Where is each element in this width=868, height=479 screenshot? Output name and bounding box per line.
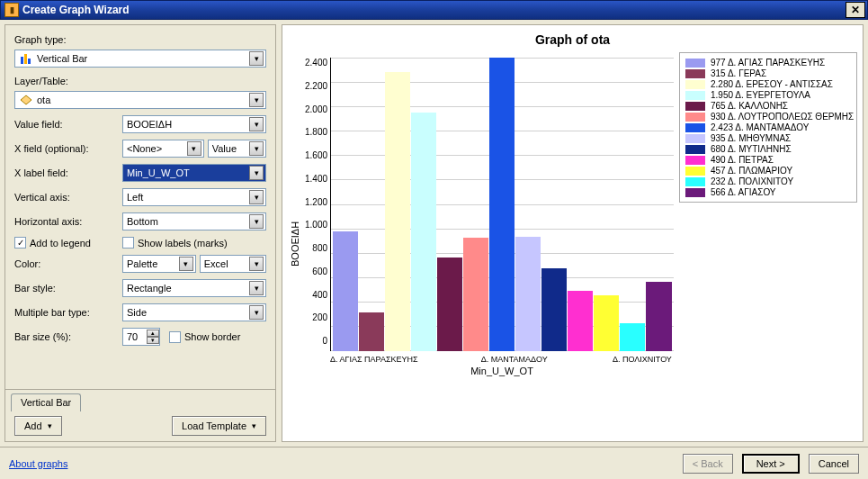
x-tick [548,355,611,364]
legend-label: 457 Δ. ΠΛΩΜΑΡΙΟΥ [711,166,792,176]
legend-item: 2.280 Δ. ΕΡΕΣΟΥ - ΑΝΤΙΣΣΑΣ [685,79,851,89]
horizontal-axis-select[interactable]: Bottom ▾ [122,212,266,230]
show-border-checkbox[interactable] [169,331,181,343]
legend-swatch [685,177,705,186]
color-label: Color: [14,258,117,269]
color-select[interactable]: Palette ▾ [122,255,196,273]
legend-item: 566 Δ. ΑΓΙΑΣΟΥ [685,187,851,197]
graph-type-select[interactable]: Vertical Bar ▾ [14,50,266,68]
y-tick: 200 [312,312,327,322]
x-tick [418,355,481,364]
vertical-bar-icon [19,51,33,66]
layer-select[interactable]: ota ▾ [14,91,266,109]
y-axis-ticks: 2.4002.2002.0001.8001.6001.4001.2001.000… [302,58,330,346]
bar-style-label: Bar style: [14,283,117,294]
chevron-down-icon: ▾ [249,166,264,180]
svg-rect-0 [21,57,23,64]
bar-size-label: Bar size (%): [14,331,117,342]
close-button[interactable]: ✕ [846,2,865,18]
legend-swatch [685,145,705,154]
spinner-arrows-icon: ▴▾ [147,330,159,344]
legend-item: 1.950 Δ. ΕΥΕΡΓΕΤΟΥΛΑ [685,90,851,100]
legend-item: 2.423 Δ. ΜΑΝΤΑΜΑΔΟΥ [685,122,851,132]
x-tick: Δ. ΠΟΛΙΧΝΙΤΟΥ [611,355,674,364]
y-tick: 2.200 [305,81,327,91]
vertical-axis-select[interactable]: Left ▾ [122,188,266,206]
chevron-down-icon: ▾ [249,141,264,156]
legend-swatch [685,91,705,100]
bar [620,323,645,352]
legend-swatch [685,69,705,78]
legend-item: 457 Δ. ΠΛΩΜΑΡΙΟΥ [685,166,851,176]
legend-item: 765 Δ. ΚΑΛΛΟΝΗΣ [685,101,851,111]
legend-item: 680 Δ. ΜΥΤΙΛΗΝΗΣ [685,144,851,154]
svg-rect-1 [24,54,27,64]
y-tick: 600 [312,267,327,276]
show-labels-checkbox[interactable] [122,237,134,249]
chevron-down-icon: ▾ [249,305,264,320]
legend-swatch [685,59,705,68]
bar [541,268,567,351]
bar [333,231,358,351]
back-button: < Back [683,454,733,474]
add-legend-checkbox[interactable]: ✓ [14,237,26,249]
footer: About graphs < Back Next > Cancel [0,447,868,479]
legend-label: 935 Δ. ΜΗΘΥΜΝΑΣ [711,133,791,143]
chevron-down-icon: ▾ [249,190,264,204]
legend-swatch [685,167,705,176]
y-tick: 2.000 [305,104,327,114]
multi-bar-select[interactable]: Side ▾ [122,303,266,321]
y-tick: 2.400 [305,58,327,68]
chevron-down-icon: ▾ [187,141,201,156]
bar [359,312,384,351]
show-labels-label: Show labels (marks) [138,238,228,249]
chevron-down-icon: ▾ [249,93,264,107]
legend-item: 490 Δ. ΠΕΤΡΑΣ [685,155,851,165]
tab-vertical-bar[interactable]: Vertical Bar [11,393,81,411]
bar-style-select[interactable]: Rectangle ▾ [122,279,266,297]
legend-label: 232 Δ. ΠΟΛΙΧΝΙΤΟΥ [711,176,793,186]
y-tick: 1.800 [305,127,327,137]
bar [385,72,410,351]
legend-label: 315 Δ. ΓΕΡΑΣ [711,68,766,78]
value-field-select[interactable]: ΒΟΟΕΙΔΗ ▾ [122,115,266,133]
bar-size-spinner[interactable]: 70 ▴▾ [122,328,160,346]
legend: 977 Δ. ΑΓΙΑΣ ΠΑΡΑΣΚΕΥΗΣ315 Δ. ΓΕΡΑΣ2.280… [679,52,857,203]
chevron-down-icon: ▾ [249,117,264,131]
y-tick: 400 [312,290,327,300]
legend-swatch [685,134,705,143]
form-panel: Graph type: Vertical Bar ▾ Layer/Table: … [4,24,276,442]
x-label-field-select[interactable]: Min_U_W_OT ▾ [122,164,266,182]
vertical-axis-label: Vertical axis: [14,192,117,203]
x-tick: Δ. ΜΑΝΤΑΜΑΔΟΥ [481,355,548,364]
add-legend-label: Add to legend [30,238,91,249]
y-tick: 0 [322,336,327,346]
palette-select[interactable]: Excel ▾ [200,255,266,273]
legend-label: 930 Δ. ΛΟΥΤΡΟΠΟΛΕΩΣ ΘΕΡΜΗΣ [711,112,854,122]
legend-item: 232 Δ. ΠΟΛΙΧΝΙΤΟΥ [685,176,851,186]
x-axis-label: Min_U_W_OT [330,364,674,376]
value-field-label: Value field: [14,119,117,130]
legend-label: 765 Δ. ΚΑΛΛΟΝΗΣ [711,101,788,111]
layer-label: Layer/Table: [14,76,266,86]
tab-strip: Vertical Bar [5,389,275,411]
bar [463,238,488,351]
y-tick: 1.200 [305,197,327,207]
multi-bar-label: Multiple bar type: [14,307,117,318]
bar [489,58,515,351]
add-button[interactable]: Add [14,416,62,436]
app-icon: ▮ [4,3,19,17]
x-field-value-select[interactable]: Value ▾ [208,140,266,158]
chevron-down-icon: ▾ [249,214,264,229]
cancel-button[interactable]: Cancel [809,454,859,474]
legend-swatch [685,156,705,165]
svg-rect-2 [28,59,31,64]
legend-label: 490 Δ. ΠΕΤΡΑΣ [711,155,774,165]
load-template-button[interactable]: Load Template [172,416,266,436]
next-button[interactable]: Next > [742,454,800,474]
legend-label: 2.280 Δ. ΕΡΕΣΟΥ - ΑΝΤΙΣΣΑΣ [711,79,833,89]
x-field-select[interactable]: <None> ▾ [122,140,204,158]
legend-label: 2.423 Δ. ΜΑΝΤΑΜΑΔΟΥ [711,122,809,132]
about-graphs-link[interactable]: About graphs [9,458,67,469]
legend-label: 680 Δ. ΜΥΤΙΛΗΝΗΣ [711,144,792,154]
